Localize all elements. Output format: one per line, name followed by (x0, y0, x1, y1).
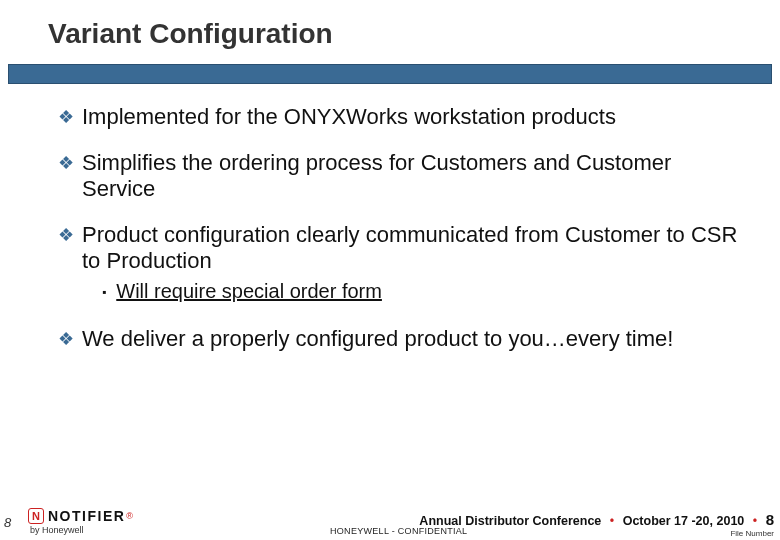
bullet-separator-icon: • (610, 514, 614, 528)
registered-icon: ® (126, 511, 133, 521)
bullet-text: We deliver a properly configured product… (82, 326, 673, 352)
bullet-text: Product configuration clearly communicat… (82, 222, 740, 274)
footer-right: Annual Distributor Conference • October … (419, 511, 774, 538)
sub-bullet-text: Will require special order form (116, 280, 382, 303)
diamond-icon: ❖ (58, 222, 74, 248)
sub-bullet-item: ▪ Will require special order form (102, 280, 740, 304)
file-number-label: File Number (419, 529, 774, 538)
bullet-item: ❖ Simplifies the ordering process for Cu… (58, 150, 740, 202)
bullet-item: ❖ We deliver a properly configured produ… (58, 326, 740, 352)
bullet-text: Implemented for the ONYXWorks workstatio… (82, 104, 616, 130)
logo-wordmark: NOTIFIER (48, 508, 125, 524)
bullet-separator-icon: • (753, 514, 757, 528)
diamond-icon: ❖ (58, 150, 74, 176)
content-area: ❖ Implemented for the ONYXWorks workstat… (0, 84, 780, 352)
logo-mark-icon: N (28, 508, 44, 524)
footer: 8 N NOTIFIER ® by Honeywell HONEYWELL - … (0, 496, 780, 540)
bullet-item: ❖ Product configuration clearly communic… (58, 222, 740, 274)
footer-line: Annual Distributor Conference • October … (419, 511, 774, 528)
conference-name: Annual Distributor Conference (419, 514, 601, 528)
page-number-left: 8 (4, 515, 11, 530)
diamond-icon: ❖ (58, 326, 74, 352)
logo-top-row: N NOTIFIER ® (28, 508, 133, 524)
square-icon: ▪ (102, 280, 106, 304)
slide-title: Variant Configuration (0, 0, 780, 50)
slide: Variant Configuration ❖ Implemented for … (0, 0, 780, 540)
title-rule (8, 64, 772, 84)
logo-subtext: by Honeywell (30, 525, 84, 535)
diamond-icon: ❖ (58, 104, 74, 130)
bullet-item: ❖ Implemented for the ONYXWorks workstat… (58, 104, 740, 130)
conference-date: October 17 -20, 2010 (623, 514, 745, 528)
page-number-right: 8 (766, 511, 774, 528)
bullet-text: Simplifies the ordering process for Cust… (82, 150, 740, 202)
brand-logo: N NOTIFIER ® by Honeywell (28, 508, 133, 535)
